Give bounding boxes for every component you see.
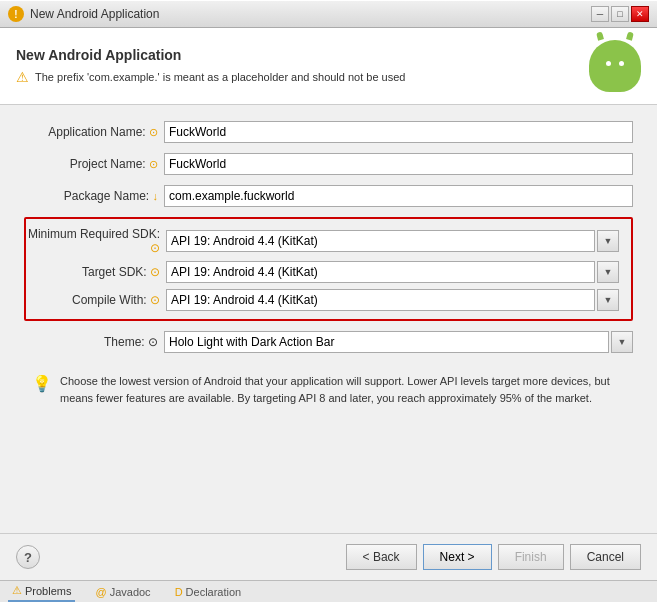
title-bar-text: New Android Application	[30, 7, 585, 21]
declaration-label: Declaration	[186, 586, 242, 598]
min-sdk-arrow[interactable]: ▼	[597, 230, 619, 252]
theme-select[interactable]: Holo Light with Dark Action Bar	[164, 331, 609, 353]
warning-icon: ⚠	[16, 69, 29, 85]
app-name-row: Application Name: ⊙	[24, 121, 633, 143]
warning-message: ⚠ The prefix 'com.example.' is meant as …	[16, 69, 405, 85]
status-bar: ⚠ Problems @ Javadoc D Declaration	[0, 580, 657, 602]
target-sdk-row: Target SDK: ⊙ API 19: Android 4.4 (KitKa…	[26, 261, 619, 283]
next-button[interactable]: Next >	[423, 544, 492, 570]
package-name-row: Package Name: ↓	[24, 185, 633, 207]
status-tab-problems[interactable]: ⚠ Problems	[8, 581, 75, 602]
problems-icon: ⚠	[12, 584, 22, 597]
compile-with-label: Compile With: ⊙	[26, 293, 166, 307]
javadoc-icon: @	[95, 586, 106, 598]
theme-row: Theme: ⊙ Holo Light with Dark Action Bar…	[24, 331, 633, 353]
target-sdk-label: Target SDK: ⊙	[26, 265, 166, 279]
info-text: Choose the lowest version of Android tha…	[60, 373, 625, 406]
info-section: 💡 Choose the lowest version of Android t…	[24, 365, 633, 414]
dialog: New Android Application ⚠ The prefix 'co…	[0, 28, 657, 580]
cancel-button[interactable]: Cancel	[570, 544, 641, 570]
sdk-section: Minimum Required SDK: ⊙ API 19: Android …	[24, 217, 633, 321]
dialog-header: New Android Application ⚠ The prefix 'co…	[0, 28, 657, 105]
title-bar: ! New Android Application ─ □ ✕	[0, 0, 657, 28]
target-sdk-arrow[interactable]: ▼	[597, 261, 619, 283]
package-name-down-icon: ↓	[153, 190, 159, 202]
window-controls: ─ □ ✕	[591, 6, 649, 22]
app-name-req-icon: ⊙	[149, 126, 158, 138]
status-tab-javadoc[interactable]: @ Javadoc	[91, 581, 154, 602]
compile-with-select[interactable]: API 19: Android 4.4 (KitKat)	[166, 289, 595, 311]
dialog-title: New Android Application	[16, 47, 405, 63]
help-button[interactable]: ?	[16, 545, 40, 569]
min-sdk-req-icon: ⊙	[150, 241, 160, 255]
compile-with-req-icon: ⊙	[150, 293, 160, 307]
compile-with-row: Compile With: ⊙ API 19: Android 4.4 (Kit…	[26, 289, 619, 311]
project-name-req-icon: ⊙	[149, 158, 158, 170]
theme-req-icon: ⊙	[148, 335, 158, 349]
back-button[interactable]: < Back	[346, 544, 417, 570]
app-icon: !	[8, 6, 24, 22]
target-sdk-select[interactable]: API 19: Android 4.4 (KitKat)	[166, 261, 595, 283]
min-sdk-select[interactable]: API 19: Android 4.4 (KitKat)	[166, 230, 595, 252]
maximize-button[interactable]: □	[611, 6, 629, 22]
compile-with-arrow[interactable]: ▼	[597, 289, 619, 311]
app-name-label: Application Name: ⊙	[24, 125, 164, 139]
dialog-footer: ? < Back Next > Finish Cancel	[0, 533, 657, 580]
package-name-input[interactable]	[164, 185, 633, 207]
project-name-row: Project Name: ⊙	[24, 153, 633, 175]
min-sdk-label: Minimum Required SDK: ⊙	[26, 227, 166, 255]
status-tab-declaration[interactable]: D Declaration	[171, 581, 246, 602]
minimize-button[interactable]: ─	[591, 6, 609, 22]
package-name-label: Package Name: ↓	[24, 189, 164, 203]
finish-button[interactable]: Finish	[498, 544, 564, 570]
target-sdk-req-icon: ⊙	[150, 265, 160, 279]
problems-label: Problems	[25, 585, 71, 597]
theme-label: Theme: ⊙	[24, 335, 164, 349]
project-name-label: Project Name: ⊙	[24, 157, 164, 171]
dialog-body: Application Name: ⊙ Project Name: ⊙ Pack…	[0, 105, 657, 533]
javadoc-label: Javadoc	[110, 586, 151, 598]
project-name-input[interactable]	[164, 153, 633, 175]
android-logo	[589, 40, 641, 92]
close-button[interactable]: ✕	[631, 6, 649, 22]
app-name-input[interactable]	[164, 121, 633, 143]
info-icon: 💡	[32, 374, 52, 393]
min-sdk-row: Minimum Required SDK: ⊙ API 19: Android …	[26, 227, 619, 255]
declaration-icon: D	[175, 586, 183, 598]
theme-arrow[interactable]: ▼	[611, 331, 633, 353]
